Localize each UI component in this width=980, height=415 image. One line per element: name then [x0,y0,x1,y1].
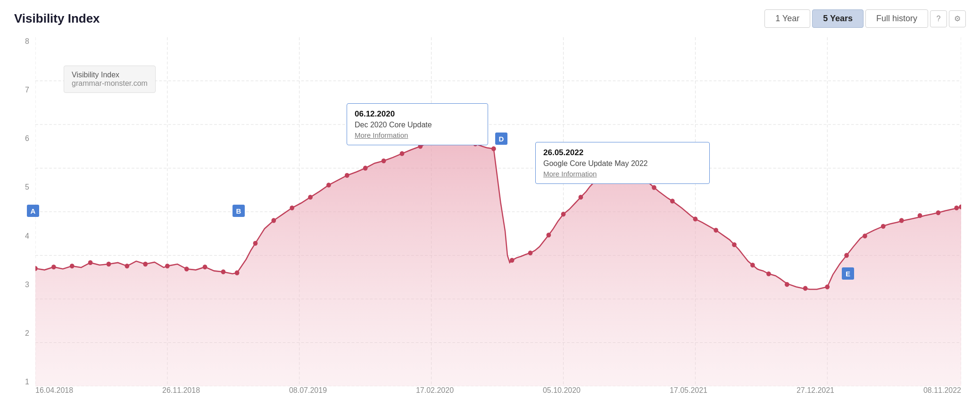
tooltip1-link[interactable]: More Information [355,131,480,139]
help-button[interactable]: ? [930,10,947,27]
svg-point-44 [528,250,533,255]
time-selector: 1 Year 5 Years Full history ? ⚙ [764,9,966,28]
svg-point-65 [899,218,904,223]
y-label-1: 1 [14,378,33,386]
svg-point-68 [954,206,959,210]
svg-point-31 [308,195,313,199]
marker-e-label: E [846,270,850,278]
x-axis: 16.04.2018 26.11.2018 08.07.2019 17.02.2… [35,386,961,405]
page-title: Visibility Index [14,11,100,26]
svg-point-35 [382,158,386,163]
svg-point-56 [732,242,737,247]
y-label-4: 4 [14,232,33,241]
legend-box: Visibility Index grammar-monster.com [64,66,156,93]
settings-icon: ⚙ [954,14,961,23]
event-marker-d[interactable]: D [495,133,507,145]
tooltip2-date: 26.05.2022 [543,148,702,158]
legend-domain: grammar-monster.com [72,79,148,88]
svg-point-52 [652,185,656,190]
x-label-1: 26.11.2018 [162,386,200,395]
svg-point-45 [547,232,551,237]
tooltip2-link[interactable]: More Information [543,170,702,178]
chart-svg [35,37,961,386]
svg-point-32 [326,183,331,187]
svg-point-20 [107,262,111,266]
svg-point-64 [881,224,886,229]
chart-svg-container: Visibility Index grammar-monster.com A B… [35,37,961,386]
x-label-0: 16.04.2018 [35,386,73,395]
x-label-7: 08.11.2022 [923,386,961,395]
svg-point-22 [143,262,148,266]
y-label-7: 7 [14,86,33,94]
y-label-3: 3 [14,281,33,289]
svg-point-55 [714,228,718,232]
chart-area: 1 2 3 4 5 6 7 8 [14,37,966,405]
btn-1year[interactable]: 1 Year [764,9,810,28]
x-label-3: 17.02.2020 [416,386,454,395]
svg-point-25 [203,265,208,269]
svg-point-27 [235,270,240,275]
event-marker-e[interactable]: E [842,267,854,280]
svg-point-34 [363,166,368,170]
help-icon: ? [937,15,941,23]
tooltip-dec2020: 06.12.2020 Dec 2020 Core Update More Inf… [347,103,488,145]
svg-point-17 [51,265,56,269]
x-label-6: 27.12.2021 [797,386,834,395]
svg-point-66 [918,213,922,218]
svg-point-60 [803,286,808,290]
settings-button[interactable]: ⚙ [949,10,966,27]
svg-point-61 [825,284,830,289]
svg-point-54 [693,216,698,221]
svg-point-42 [491,146,496,151]
svg-point-63 [863,233,867,238]
svg-point-23 [165,264,170,268]
svg-point-59 [785,282,789,287]
y-label-6: 6 [14,134,33,143]
x-label-5: 17.05.2021 [670,386,707,395]
svg-point-67 [936,210,941,215]
marker-a-label: A [31,207,36,215]
x-label-2: 08.07.2019 [289,386,327,395]
marker-b-label: B [236,207,241,215]
btn-full-history[interactable]: Full history [865,9,928,28]
y-label-2: 2 [14,329,33,338]
tooltip-may2022: 26.05.2022 Google Core Update May 2022 M… [535,142,710,184]
svg-point-43 [510,258,515,263]
svg-point-57 [750,263,755,267]
svg-point-58 [766,271,771,276]
page-header: Visibility Index 1 Year 5 Years Full his… [14,9,966,28]
y-label-5: 5 [14,183,33,191]
tooltip2-event: Google Core Update May 2022 [543,159,702,168]
svg-point-62 [844,253,849,257]
svg-point-46 [561,212,566,216]
tooltip1-date: 06.12.2020 [355,109,480,119]
svg-point-26 [221,269,226,274]
svg-point-30 [290,206,294,210]
svg-point-36 [400,151,405,156]
svg-point-53 [670,199,675,203]
legend-title: Visibility Index [72,71,148,79]
marker-d-label: D [499,135,504,143]
svg-point-33 [345,173,349,178]
x-label-4: 05.10.2020 [543,386,581,395]
tooltip1-event: Dec 2020 Core Update [355,121,480,129]
svg-point-47 [579,195,583,199]
svg-point-21 [125,264,129,268]
btn-5years[interactable]: 5 Years [812,9,864,28]
event-marker-a[interactable]: A [27,205,39,217]
svg-point-29 [271,218,276,223]
event-marker-b[interactable]: B [233,205,245,217]
svg-point-19 [88,260,93,265]
y-label-8: 8 [14,37,33,46]
svg-point-28 [253,241,258,246]
svg-point-24 [184,266,189,271]
svg-point-18 [70,264,75,268]
